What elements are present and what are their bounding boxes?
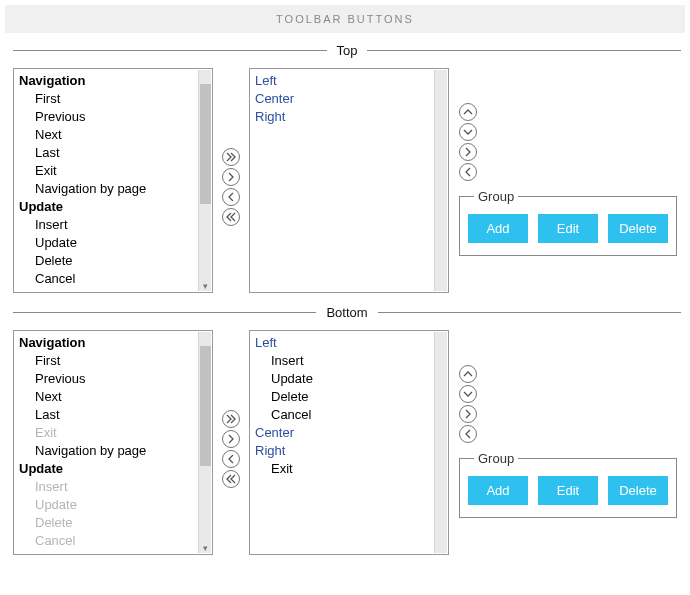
scrollbar-thumb[interactable]: [200, 346, 211, 466]
move-right-button[interactable]: [222, 168, 240, 186]
move-left-button[interactable]: [222, 450, 240, 468]
group-legend: Group: [474, 189, 518, 204]
list-item[interactable]: Navigation by page: [17, 180, 198, 198]
order-right-button[interactable]: [459, 405, 477, 423]
list-item[interactable]: Exit: [253, 460, 434, 478]
list-item[interactable]: Cancel: [17, 532, 198, 550]
bottom-group-box: Group Add Edit Delete: [459, 451, 677, 518]
section-bottom-legend: Bottom: [316, 305, 377, 320]
move-right-button[interactable]: [222, 430, 240, 448]
bottom-move-buttons: [219, 330, 243, 488]
list-item[interactable]: First: [17, 90, 198, 108]
top-controls: Group Add Edit Delete: [455, 68, 681, 256]
bottom-controls: Group Add Edit Delete: [455, 330, 681, 518]
scrollbar[interactable]: [434, 70, 447, 291]
order-down-button[interactable]: [459, 123, 477, 141]
list-item[interactable]: Insert: [17, 216, 198, 234]
scrollbar[interactable]: ▾: [198, 70, 211, 291]
section-bottom: Bottom NavigationFirstPreviousNextLastEx…: [13, 305, 681, 555]
list-item[interactable]: Center: [253, 90, 434, 108]
list-item[interactable]: Others: [17, 288, 198, 293]
section-top-legend: Top: [327, 43, 368, 58]
list-item[interactable]: Left: [253, 72, 434, 90]
list-item[interactable]: Previous: [17, 108, 198, 126]
order-top-button[interactable]: [459, 103, 477, 121]
scrollbar[interactable]: ▾: [198, 332, 211, 553]
scroll-down-icon[interactable]: ▾: [201, 544, 210, 552]
list-item[interactable]: Delete: [17, 252, 198, 270]
list-item[interactable]: First: [17, 352, 198, 370]
order-left-button[interactable]: [459, 163, 477, 181]
list-item[interactable]: Delete: [253, 388, 434, 406]
list-item[interactable]: Update: [17, 198, 198, 216]
top-group-box: Group Add Edit Delete: [459, 189, 677, 256]
list-item[interactable]: Exit: [17, 162, 198, 180]
list-item[interactable]: Center: [253, 424, 434, 442]
group-add-button[interactable]: Add: [468, 214, 528, 243]
order-left-button[interactable]: [459, 425, 477, 443]
list-item[interactable]: Update: [17, 234, 198, 252]
list-item[interactable]: Insert: [17, 478, 198, 496]
order-top-button[interactable]: [459, 365, 477, 383]
list-item[interactable]: Cancel: [17, 270, 198, 288]
top-move-buttons: [219, 68, 243, 226]
list-item[interactable]: Update: [253, 370, 434, 388]
scrollbar-thumb[interactable]: [200, 84, 211, 204]
list-item[interactable]: Last: [17, 406, 198, 424]
list-item[interactable]: Update: [17, 460, 198, 478]
scrollbar[interactable]: [434, 332, 447, 553]
move-all-left-button[interactable]: [222, 470, 240, 488]
order-down-button[interactable]: [459, 385, 477, 403]
order-right-button[interactable]: [459, 143, 477, 161]
group-add-button[interactable]: Add: [468, 476, 528, 505]
bottom-source-list[interactable]: NavigationFirstPreviousNextLastExitNavig…: [13, 330, 213, 555]
list-item[interactable]: Delete: [17, 514, 198, 532]
list-item[interactable]: Navigation by page: [17, 442, 198, 460]
top-target-list[interactable]: LeftCenterRight: [249, 68, 449, 293]
banner: TOOLBAR BUTTONS: [5, 5, 685, 33]
group-legend: Group: [474, 451, 518, 466]
list-item[interactable]: Previous: [17, 370, 198, 388]
move-left-button[interactable]: [222, 188, 240, 206]
top-source-list[interactable]: NavigationFirstPreviousNextLastExitNavig…: [13, 68, 213, 293]
list-item[interactable]: Next: [17, 126, 198, 144]
move-all-left-button[interactable]: [222, 208, 240, 226]
list-item[interactable]: Cancel: [253, 406, 434, 424]
list-item[interactable]: Left: [253, 334, 434, 352]
group-edit-button[interactable]: Edit: [538, 214, 598, 243]
list-item[interactable]: Insert: [253, 352, 434, 370]
list-item[interactable]: Next: [17, 388, 198, 406]
list-item[interactable]: Navigation: [17, 72, 198, 90]
list-item[interactable]: Navigation: [17, 334, 198, 352]
move-all-right-button[interactable]: [222, 410, 240, 428]
list-item[interactable]: Exit: [17, 424, 198, 442]
list-item[interactable]: Last: [17, 144, 198, 162]
group-delete-button[interactable]: Delete: [608, 214, 668, 243]
group-delete-button[interactable]: Delete: [608, 476, 668, 505]
list-item[interactable]: Right: [253, 108, 434, 126]
move-all-right-button[interactable]: [222, 148, 240, 166]
group-edit-button[interactable]: Edit: [538, 476, 598, 505]
list-item[interactable]: Others: [17, 550, 198, 555]
section-top: Top NavigationFirstPreviousNextLastExitN…: [13, 43, 681, 293]
scroll-down-icon[interactable]: ▾: [201, 282, 210, 290]
list-item[interactable]: Right: [253, 442, 434, 460]
bottom-target-list[interactable]: LeftInsertUpdateDeleteCancelCenterRightE…: [249, 330, 449, 555]
list-item[interactable]: Update: [17, 496, 198, 514]
